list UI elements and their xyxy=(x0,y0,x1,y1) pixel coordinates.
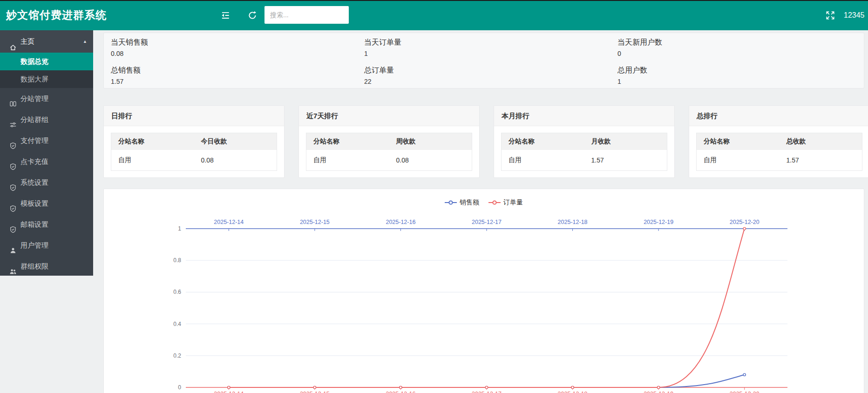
ranking-table: 分站名称 周收款 自用 0.08 xyxy=(306,133,472,171)
sidebar-item-system-settings[interactable]: 系统设置 xyxy=(0,172,93,193)
stat-total-sales: 总销售额 1.57 xyxy=(104,61,357,85)
cell-site-name: 自用 xyxy=(697,150,780,171)
stat-value: 1 xyxy=(617,78,864,85)
ranking-card-title: 总排行 xyxy=(689,106,868,126)
stat-value: 1.57 xyxy=(111,78,357,85)
shield-check-icon xyxy=(9,157,17,165)
caret-up-icon: ▲ xyxy=(83,30,87,53)
shield-check-icon xyxy=(9,220,17,228)
panel-columns-icon xyxy=(9,95,17,102)
x-axis-top-label: 2025-12-16 xyxy=(386,219,415,225)
stat-value: 22 xyxy=(364,78,610,85)
ranking-card-title: 近7天排行 xyxy=(299,106,479,126)
legend-item-orders[interactable]: 订单量 xyxy=(488,198,523,207)
sidebar-item-substation-management[interactable]: 分站管理 xyxy=(0,88,93,109)
search-input[interactable] xyxy=(264,6,349,24)
stat-value: 1 xyxy=(364,50,610,57)
table-header-row: 分站名称 总收款 xyxy=(697,133,862,150)
shield-check-icon xyxy=(9,136,17,144)
sidebar-item-card-recharge[interactable]: 点卡充值 xyxy=(0,151,93,172)
cell-amount: 0.08 xyxy=(194,150,277,171)
stat-today-new-users: 当天新用户数 0 xyxy=(610,33,864,57)
sidebar-item-label: 群组权限 xyxy=(20,256,48,277)
column-header: 分站名称 xyxy=(502,133,584,150)
column-header: 分站名称 xyxy=(111,133,194,150)
series-point-订单量 xyxy=(400,386,402,388)
table-row[interactable]: 自用 0.08 xyxy=(111,150,277,171)
y-axis-label: 0.6 xyxy=(173,289,181,295)
stat-label: 当天销售额 xyxy=(111,38,357,47)
x-axis-bottom-label: 2025-12-17 xyxy=(472,391,502,393)
ranking-card-total: 总排行 分站名称 总收款 自用 1.57 xyxy=(689,105,868,178)
stat-label: 当天新用户数 xyxy=(617,38,864,47)
x-axis-bottom-label: 2025-12-18 xyxy=(558,391,588,393)
table-row[interactable]: 自用 1.57 xyxy=(502,150,667,171)
legend-item-sales[interactable]: 销售额 xyxy=(445,198,479,207)
series-point-订单量 xyxy=(658,386,660,388)
y-axis-label: 1 xyxy=(178,225,181,232)
table-row[interactable]: 自用 0.08 xyxy=(306,150,472,171)
ranking-table: 分站名称 总收款 自用 1.57 xyxy=(696,133,862,171)
legend-label: 订单量 xyxy=(503,198,523,207)
app-root: { "window": { "top_edge_color": "#1b1b1b… xyxy=(0,0,868,393)
stat-total-users: 总用户数 1 xyxy=(610,61,864,85)
sidebar-item-label: 模板设置 xyxy=(20,193,48,214)
sidebar-item-data-screen[interactable]: 数据大屏 xyxy=(0,70,93,88)
stat-label: 当天订单量 xyxy=(364,38,610,47)
users-icon xyxy=(9,262,17,270)
user-icon xyxy=(9,241,17,249)
table-header-row: 分站名称 周收款 xyxy=(306,133,472,150)
ranking-card-week: 近7天排行 分站名称 周收款 自用 0.08 xyxy=(298,105,480,178)
series-line-销售额 xyxy=(229,375,744,387)
sales-orders-line-chart: 00.20.40.60.812025-12-142025-12-142025-1… xyxy=(104,189,865,393)
sidebar-item-substation-groups[interactable]: 分站群组 xyxy=(0,109,93,130)
x-axis-top-label: 2025-12-17 xyxy=(472,219,502,225)
sidebar-item-label: 用户管理 xyxy=(20,235,48,256)
sidebar-item-group-permissions[interactable]: 群组权限 xyxy=(0,256,93,277)
column-header: 分站名称 xyxy=(697,133,780,150)
sidebar-item-data-overview[interactable]: 数据总览 xyxy=(0,53,93,70)
x-axis-top-label: 2025-12-20 xyxy=(730,219,760,225)
x-axis-bottom-label: 2025-12-20 xyxy=(730,391,760,393)
shield-check-icon xyxy=(9,178,17,186)
x-axis-top-label: 2025-12-18 xyxy=(558,219,588,225)
cell-site-name: 自用 xyxy=(502,150,584,171)
app-header: 妙文馆付费进群系统 12345 xyxy=(0,0,868,30)
cell-amount: 1.57 xyxy=(584,150,667,171)
chart-legend: 销售额 订单量 xyxy=(104,198,864,207)
stat-today-orders: 当天订单量 1 xyxy=(357,33,610,57)
fullscreen-icon[interactable] xyxy=(825,10,835,20)
refresh-icon[interactable] xyxy=(247,10,258,20)
series-line-订单量 xyxy=(229,229,744,387)
sidebar-item-payment[interactable]: 支付管理 xyxy=(0,130,93,151)
sidebar-item-label: 数据总览 xyxy=(20,53,48,70)
x-axis-bottom-label: 2025-12-16 xyxy=(386,391,415,393)
y-axis-label: 0.8 xyxy=(173,257,181,264)
stat-value: 0.08 xyxy=(111,50,357,57)
column-header: 总收款 xyxy=(780,133,862,150)
app-title: 妙文馆付费进群系统 xyxy=(6,0,107,30)
menu-collapse-icon[interactable] xyxy=(220,10,231,20)
sidebar-item-home[interactable]: 主页 ▲ xyxy=(0,30,93,53)
window-top-edge xyxy=(0,0,868,1)
header-username[interactable]: 12345 xyxy=(844,0,865,30)
legend-line-circle-icon xyxy=(488,198,501,207)
cell-amount: 0.08 xyxy=(389,150,472,171)
column-header: 月收款 xyxy=(584,133,667,150)
table-row[interactable]: 自用 1.57 xyxy=(697,150,862,171)
stat-label: 总用户数 xyxy=(617,66,864,75)
cell-site-name: 自用 xyxy=(306,150,389,171)
sidebar-item-template-settings[interactable]: 模板设置 xyxy=(0,193,93,214)
legend-line-circle-icon xyxy=(445,198,457,207)
legend-label: 销售额 xyxy=(460,198,479,207)
stat-label: 总订单量 xyxy=(364,66,610,75)
home-icon xyxy=(9,38,17,45)
stat-today-sales: 当天销售额 0.08 xyxy=(104,33,357,57)
x-axis-top-label: 2025-12-19 xyxy=(644,219,673,225)
sidebar-item-mail-settings[interactable]: 邮箱设置 xyxy=(0,214,93,235)
shield-check-icon xyxy=(9,199,17,207)
x-axis-bottom-label: 2025-12-19 xyxy=(644,391,673,393)
cell-amount: 1.57 xyxy=(780,150,862,171)
sidebar-item-user-management[interactable]: 用户管理 xyxy=(0,235,93,256)
series-point-订单量 xyxy=(571,386,574,388)
